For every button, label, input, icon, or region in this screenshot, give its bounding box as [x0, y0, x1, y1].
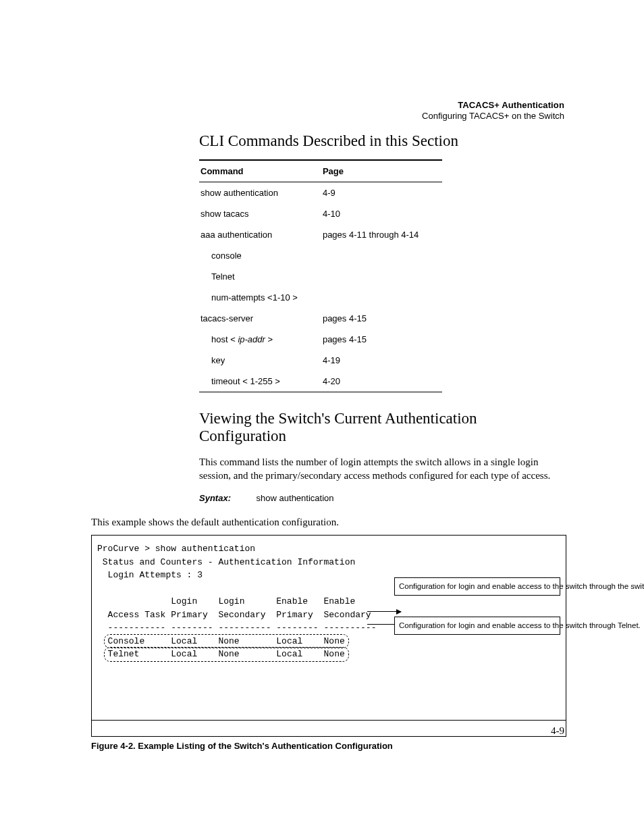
table-row: tacacs-serverpages 4-15 — [199, 308, 442, 329]
term-row-telnet: Telnet Local None Local None — [108, 648, 345, 661]
table-row: Telnet — [199, 266, 442, 287]
cmd-text-italic: ip-addr — [238, 334, 265, 344]
cmd-cell: Telnet — [199, 266, 321, 287]
body-paragraph: This command lists the number of login a… — [199, 455, 566, 483]
term-cell: None — [324, 636, 345, 646]
cmd-cell: console — [199, 245, 321, 266]
heading-cli-commands: CLI Commands Described in this Section — [199, 132, 566, 150]
cmd-cell: tacacs-server — [199, 308, 321, 329]
term-cell: None — [218, 649, 239, 659]
running-head: TACACS+ Authentication Configuring TACAC… — [422, 100, 564, 122]
callout-console: Configuration for login and enable acces… — [394, 577, 560, 595]
page-cell: 4-19 — [321, 350, 442, 371]
cmd-cell: key — [199, 350, 321, 371]
table-row: aaa authenticationpages 4-11 through 4-1… — [199, 224, 442, 245]
page-cell — [321, 245, 442, 266]
figure-wrap: ProCurve > show authentication Status an… — [91, 535, 566, 751]
arrow-icon — [367, 611, 401, 612]
term-line: Status and Counters - Authentication Inf… — [97, 557, 355, 567]
table-row: timeout < 1-255 >4-20 — [199, 371, 442, 392]
term-line: Login Attempts : 3 — [97, 570, 203, 580]
syntax-label: Syntax: — [199, 493, 231, 503]
cli-commands-table: Command Page show authentication4-9 show… — [199, 159, 442, 392]
term-line: Login Login Enable Enable — [97, 596, 355, 606]
page-cell: pages 4-15 — [321, 308, 442, 329]
table-row: show tacacs4-10 — [199, 203, 442, 224]
term-cell: Local — [276, 649, 302, 659]
term-cell: None — [218, 636, 239, 646]
page-cell: pages 4-15 — [321, 329, 442, 350]
cmd-cell: show tacacs — [199, 203, 321, 224]
page-cell — [321, 266, 442, 287]
running-head-title: TACACS+ Authentication — [422, 100, 564, 111]
th-page: Page — [321, 160, 442, 182]
cmd-cell: num-attempts <1-10 > — [199, 287, 321, 308]
term-cell: Local — [171, 649, 197, 659]
cmd-text: > — [265, 334, 273, 344]
figure-caption: Figure 4-2. Example Listing of the Switc… — [91, 741, 566, 751]
table-head-row: Command Page — [199, 160, 442, 182]
page-cell: pages 4-11 through 4-14 — [321, 224, 442, 245]
term-cell: Local — [171, 636, 197, 646]
page-number: 4-9 — [551, 725, 564, 737]
term-cell: None — [324, 649, 345, 659]
page-cell: 4-20 — [321, 371, 442, 392]
table-row: console — [199, 245, 442, 266]
syntax-value: show authentication — [257, 493, 334, 503]
table-row: host < ip-addr > pages 4-15 — [199, 329, 442, 350]
term-row-console: Console Local None Local None — [108, 635, 345, 648]
cmd-cell: timeout < 1-255 > — [199, 371, 321, 392]
term-line: ----------- -------- ---------- --------… — [97, 623, 376, 633]
term-line: Access Task Primary Secondary Primary Se… — [97, 610, 371, 620]
term-cell: Telnet — [108, 649, 140, 659]
page-cell: 4-9 — [321, 182, 442, 204]
terminal-output: ProCurve > show authentication Status an… — [91, 535, 566, 737]
term-line: ProCurve > show authentication — [97, 544, 255, 554]
page: TACACS+ Authentication Configuring TACAC… — [0, 0, 644, 834]
table-row: num-attempts <1-10 > — [199, 287, 442, 308]
term-cell: Local — [276, 636, 302, 646]
cmd-cell: aaa authentication — [199, 224, 321, 245]
example-lead: This example shows the default authentic… — [91, 517, 566, 528]
page-cell — [321, 287, 442, 308]
term-cell: Console — [108, 636, 145, 646]
content-column: CLI Commands Described in this Section C… — [199, 95, 566, 503]
cmd-text: host < — [211, 334, 238, 344]
table-row: show authentication4-9 — [199, 182, 442, 204]
running-head-sub: Configuring TACACS+ on the Switch — [422, 111, 564, 122]
cmd-cell: show authentication — [199, 182, 321, 204]
callout-telnet: Configuration for login and enable acces… — [394, 617, 560, 634]
page-cell: 4-10 — [321, 203, 442, 224]
th-command: Command — [199, 160, 321, 182]
footer-rule — [91, 720, 566, 721]
table-row: key4-19 — [199, 350, 442, 371]
syntax-row: Syntax: show authentication — [199, 493, 566, 503]
cmd-cell: host < ip-addr > — [199, 329, 321, 350]
heading-viewing-auth: Viewing the Switch's Current Authenticat… — [199, 410, 566, 446]
